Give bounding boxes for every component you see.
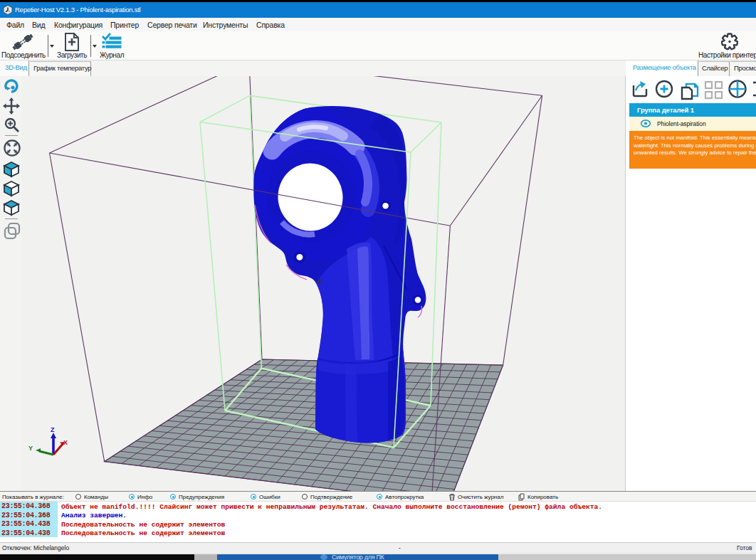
svg-text:Z: Z xyxy=(51,426,55,433)
svg-text:Y: Y xyxy=(28,445,33,452)
svg-text:X: X xyxy=(63,439,68,446)
